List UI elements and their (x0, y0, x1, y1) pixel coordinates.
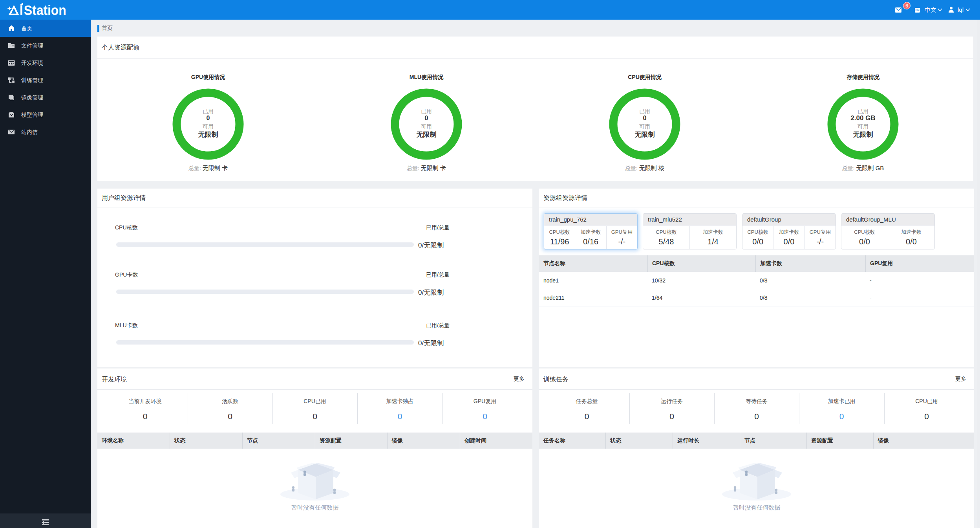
svg-text:无限制: 无限制 (853, 131, 873, 138)
svg-text:无限制: 无限制 (416, 131, 437, 138)
svg-text:Station: Station (24, 2, 66, 18)
svg-text:无限制: 无限制 (634, 131, 655, 138)
svg-text:已用: 已用 (858, 108, 868, 114)
svg-text:已用: 已用 (639, 108, 650, 114)
svg-text:无限制: 无限制 (198, 131, 218, 138)
svg-text:0: 0 (643, 115, 647, 121)
svg-text:0: 0 (425, 115, 428, 121)
svg-text:可用: 可用 (858, 123, 868, 130)
svg-text:可用: 可用 (203, 123, 214, 130)
svg-text:已用: 已用 (421, 108, 432, 114)
svg-text:0: 0 (207, 115, 210, 121)
svg-text:可用: 可用 (639, 123, 650, 130)
svg-text:已用: 已用 (203, 108, 214, 114)
svg-text:2.00 GB: 2.00 GB (850, 114, 875, 122)
svg-text:可用: 可用 (421, 123, 432, 130)
